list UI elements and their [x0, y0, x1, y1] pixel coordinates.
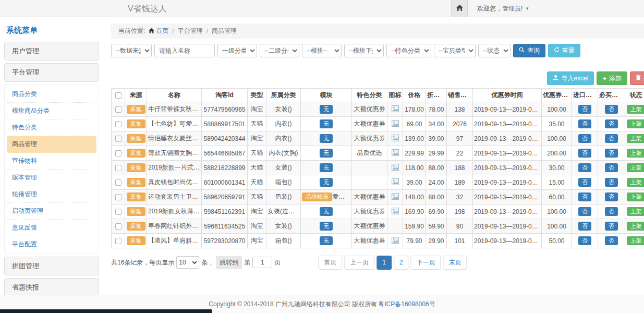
feature-cell: 大额优惠券	[352, 190, 387, 204]
sidebar-section-2[interactable]: 拼团管理	[4, 257, 99, 275]
page-button-1[interactable]: 1	[376, 256, 392, 270]
row-checkbox-cell	[112, 161, 125, 175]
batch-delete-button[interactable]: 批量删除	[630, 71, 644, 85]
status-badge[interactable]: 上架	[627, 207, 644, 216]
import-pick-toggle[interactable]: 否	[578, 163, 591, 172]
add-button[interactable]: + 添加	[597, 71, 627, 85]
sidebar-item-7[interactable]: 启动页管理	[7, 203, 96, 220]
query-button[interactable]: 查询	[513, 44, 545, 57]
page-button-末页[interactable]: 末页	[443, 256, 467, 270]
name-cell: 2019新款一片式系...	[147, 161, 202, 175]
import-pick-toggle[interactable]: 否	[578, 207, 591, 216]
sidebar-item-0[interactable]: 商品分类	[7, 86, 96, 103]
sidebar-item-6[interactable]: 轮播管理	[7, 186, 96, 203]
page-button-上一页[interactable]: 上一页	[344, 256, 374, 270]
import-pick-toggle[interactable]: 否	[578, 105, 591, 114]
sidebar-item-2[interactable]: 特色分类	[7, 119, 96, 136]
import-pick-toggle[interactable]: 否	[578, 178, 591, 187]
row-checkbox[interactable]	[115, 150, 121, 156]
must-buy-toggle[interactable]: 否	[605, 236, 618, 245]
filter-select-7[interactable]: --状态--	[478, 44, 511, 57]
sidebar-item-8[interactable]: 意见反馈	[7, 220, 96, 236]
status-badge[interactable]: 上架	[627, 134, 644, 143]
must-buy-toggle[interactable]: 否	[605, 163, 618, 172]
status-badge[interactable]: 上架	[627, 105, 644, 114]
must-buy-toggle[interactable]: 否	[605, 149, 618, 158]
jump-page-input[interactable]	[252, 257, 272, 268]
status-badge[interactable]: 上架	[627, 222, 644, 231]
page-button-2[interactable]: 2	[394, 256, 409, 270]
column-header: 折后价	[426, 89, 447, 102]
must-buy-toggle[interactable]: 否	[605, 222, 618, 231]
row-checkbox[interactable]	[115, 179, 121, 186]
product-thumbnail-icon	[392, 149, 399, 158]
row-checkbox[interactable]	[115, 106, 121, 113]
row-checkbox[interactable]	[115, 209, 121, 215]
category-cell: 内衣()	[266, 117, 301, 131]
must-buy-toggle[interactable]: 否	[605, 178, 618, 187]
must-buy-cell: 否	[598, 117, 625, 131]
user-menu[interactable]: 欢迎您，管理员! ▼	[477, 4, 529, 13]
icp-link[interactable]: 粤ICP备16098006号	[378, 300, 435, 309]
filter-select-6[interactable]: --宝贝类型--	[434, 44, 476, 57]
reset-button[interactable]: 重置	[548, 44, 580, 57]
must-buy-toggle[interactable]: 否	[605, 134, 618, 143]
must-buy-toggle[interactable]: 否	[605, 192, 618, 201]
must-buy-toggle[interactable]: 否	[605, 119, 618, 128]
import-pick-toggle[interactable]: 否	[578, 236, 591, 245]
sidebar-item-3[interactable]: 商品管理	[7, 136, 96, 153]
filter-select-5[interactable]: --特色分类--	[386, 44, 431, 57]
import-excel-button[interactable]: 导入excel	[547, 71, 594, 85]
status-badge[interactable]: 上架	[627, 236, 644, 245]
row-checkbox[interactable]	[115, 194, 121, 200]
sidebar-section-0[interactable]: 用户管理	[4, 42, 99, 61]
sidebar-item-5[interactable]: 版本管理	[7, 170, 96, 186]
sidebar-item-1[interactable]: 模块商品分类	[7, 103, 96, 119]
status-badge[interactable]: 上架	[627, 163, 644, 172]
filter-select-4[interactable]: --模块下分类--	[344, 44, 384, 57]
table-row: 采集情侣睡衣女夏丝绸男士...589042420344淘宝内衣()无大额优惠券1…	[112, 131, 644, 146]
must-buy-toggle[interactable]: 否	[605, 105, 618, 114]
sidebar-item-9[interactable]: 平台配置	[7, 236, 96, 252]
filter-select-1[interactable]: 一级分类	[217, 44, 257, 57]
coupon-amount-cell: 35.00	[542, 117, 572, 131]
import-pick-toggle[interactable]: 否	[578, 192, 591, 201]
status-badge[interactable]: 上架	[627, 119, 644, 128]
import-pick-toggle[interactable]: 否	[578, 119, 591, 128]
type-cell: 淘宝	[248, 204, 266, 219]
column-header: 状态	[625, 89, 644, 102]
select-all-checkbox[interactable]	[115, 92, 121, 99]
status-badge[interactable]: 上架	[627, 192, 644, 201]
import-pick-toggle[interactable]: 否	[578, 149, 591, 158]
home-button[interactable]	[451, 0, 468, 17]
module-badge: 无	[320, 134, 333, 143]
sidebar-item-4[interactable]: 宣传物料	[7, 153, 96, 170]
status-badge[interactable]: 上架	[627, 149, 644, 158]
filter-select-2[interactable]: --二级分类--	[260, 44, 299, 57]
row-checkbox[interactable]	[115, 136, 121, 142]
row-checkbox-cell	[112, 131, 125, 146]
page-button-首页[interactable]: 首页	[318, 256, 342, 270]
status-badge[interactable]: 上架	[627, 178, 644, 187]
import-pick-toggle[interactable]: 否	[578, 222, 591, 231]
breadcrumb-home-link[interactable]: 首页	[149, 27, 168, 35]
row-checkbox[interactable]	[115, 238, 121, 244]
row-checkbox[interactable]	[115, 165, 121, 171]
coupon-amount-cell: 30.00	[542, 161, 572, 175]
filter-select-0[interactable]: --数据来源--	[111, 44, 152, 57]
module-cell: 无	[301, 131, 352, 146]
jump-button[interactable]: 跳转到	[216, 256, 242, 269]
import-pick-toggle[interactable]: 否	[578, 134, 591, 143]
page-button-下一页[interactable]: 下一页	[411, 256, 441, 270]
name-search-input[interactable]	[154, 44, 215, 57]
must-buy-toggle[interactable]: 否	[605, 207, 618, 216]
filter-select-3[interactable]: --模块--	[302, 44, 342, 57]
per-page-select[interactable]: 10	[176, 256, 199, 269]
sidebar-section-3[interactable]: 省惠快报	[4, 278, 99, 297]
row-checkbox[interactable]	[115, 121, 121, 127]
price-cell: 178.00	[403, 102, 426, 117]
column-header: 优惠券金额	[542, 89, 572, 102]
row-checkbox-cell	[112, 117, 125, 131]
sidebar-section-1[interactable]: 平台管理	[4, 63, 99, 82]
row-checkbox[interactable]	[115, 223, 121, 230]
